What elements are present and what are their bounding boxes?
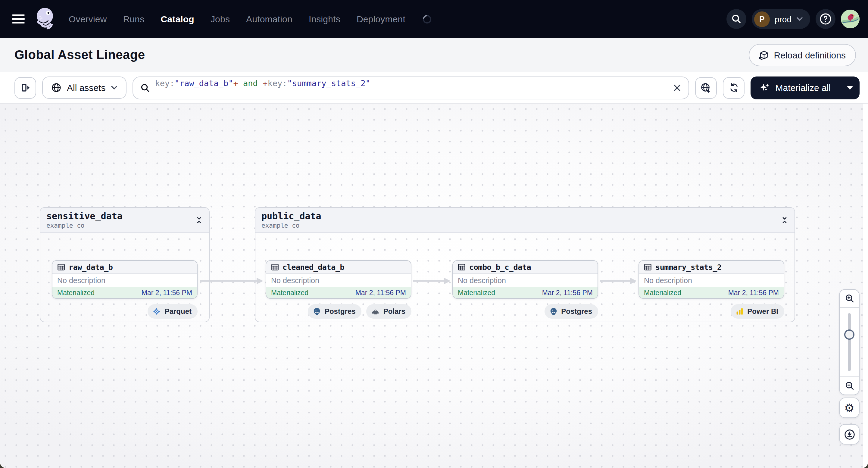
asset-name: summary_stats_2: [655, 262, 722, 272]
lineage-toolbar: All assets key:"raw_data_b"+ and +key:"s…: [0, 72, 868, 103]
zoom-slider-handle[interactable]: [844, 330, 855, 340]
table-icon: [271, 263, 279, 271]
asset-materialization-timestamp[interactable]: Mar 2, 11:56 PM: [728, 289, 779, 296]
collapse-group-button[interactable]: [781, 216, 788, 224]
asset-node-header: cleaned_data_b: [266, 261, 411, 274]
asset-search-input[interactable]: key:"raw_data_b"+ and +key:"summary_stat…: [132, 76, 689, 99]
environment-name: prod: [775, 14, 792, 24]
nav-item-catalog[interactable]: Catalog: [160, 14, 194, 24]
asset-name: cleaned_data_b: [282, 262, 344, 272]
asset-status: Materialized: [271, 289, 308, 296]
group-code-location: example_co: [261, 222, 321, 229]
query-value-token: "raw_data_b": [175, 78, 233, 88]
asset-status-bar: Materialized Mar 2, 11:56 PM: [639, 287, 784, 298]
search-icon: [141, 83, 150, 92]
table-icon: [644, 263, 652, 271]
tag-power-bi[interactable]: Power BI: [731, 304, 784, 319]
help-icon: [819, 13, 832, 25]
asset-scope-dropdown[interactable]: All assets: [42, 76, 126, 99]
nav-item-insights[interactable]: Insights: [309, 14, 340, 24]
tag-label: Parquet: [165, 307, 191, 316]
powerbi-icon: [735, 307, 744, 316]
asset-description: No description: [266, 274, 411, 287]
tag-postgres[interactable]: Postgres: [544, 304, 598, 319]
asset-scope-label: All assets: [67, 83, 105, 93]
nav-item-automation[interactable]: Automation: [246, 14, 292, 24]
asset-materialization-timestamp[interactable]: Mar 2, 11:56 PM: [542, 289, 593, 296]
tag-postgres[interactable]: Postgres: [308, 304, 362, 319]
nav-item-overview[interactable]: Overview: [69, 14, 107, 24]
asset-node-combo-b-c-data[interactable]: combo_b_c_data No description Materializ…: [453, 260, 598, 299]
tag-label: Power BI: [747, 307, 778, 316]
asset-materialization-timestamp[interactable]: Mar 2, 11:56 PM: [142, 289, 192, 296]
gear-icon: ⚙: [844, 402, 855, 413]
group-header: sensitive_data example_co: [40, 208, 209, 233]
sparkle-icon: [760, 83, 770, 93]
refresh-graph-button[interactable]: [723, 77, 745, 98]
filter-to-selection-button[interactable]: [695, 77, 717, 98]
asset-tags-combo-b-c-data: Postgres: [453, 304, 598, 319]
materialize-all-label: Materialize all: [776, 83, 831, 93]
zoom-slider[interactable]: [840, 308, 859, 376]
page-title: Global Asset Lineage: [14, 48, 145, 62]
asset-node-header: summary_stats_2: [639, 261, 784, 274]
materialize-options-button[interactable]: [840, 76, 860, 99]
asset-node-cleaned-data-b[interactable]: cleaned_data_b No description Materializ…: [266, 260, 411, 299]
open-left-panel-button[interactable]: [14, 77, 36, 98]
loading-spinner-icon: [421, 13, 433, 25]
cardinal-bird-avatar-image: [841, 10, 860, 28]
asset-materialization-timestamp[interactable]: Mar 2, 11:56 PM: [355, 289, 406, 296]
materialize-all-split-button: Materialize all: [751, 76, 860, 99]
reload-definitions-label: Reload definitions: [774, 50, 846, 60]
zoom-controls: [839, 289, 860, 395]
asset-tags-raw-data-b: Parquet: [52, 304, 197, 319]
nav-item-runs[interactable]: Runs: [123, 14, 145, 24]
environment-switcher[interactable]: P prod: [752, 9, 810, 29]
tag-label: Polars: [383, 307, 405, 316]
zoom-out-button[interactable]: [840, 376, 859, 395]
zoom-slider-track[interactable]: [848, 313, 851, 371]
lineage-canvas[interactable]: sensitive_data example_co public_data ex…: [0, 103, 868, 468]
close-icon: [673, 84, 682, 92]
query-and-token: and: [238, 78, 262, 88]
asset-status-bar: Materialized Mar 2, 11:56 PM: [53, 287, 197, 298]
collapse-icon: [195, 216, 203, 224]
materialize-all-button[interactable]: Materialize all: [751, 76, 840, 99]
nav-item-jobs[interactable]: Jobs: [211, 14, 230, 24]
asset-node-raw-data-b[interactable]: raw_data_b No description Materialized M…: [52, 260, 197, 299]
query-key-token: key:: [155, 78, 175, 88]
help-button[interactable]: [815, 9, 835, 29]
reload-definitions-icon: [759, 50, 769, 60]
tag-polars[interactable]: Polars: [367, 304, 411, 319]
asset-tags-summary-stats-2: Power BI: [639, 304, 784, 319]
asset-tags-cleaned-data-b: Postgres Polars: [266, 304, 411, 319]
top-nav: Overview Runs Catalog Jobs Automation In…: [0, 0, 868, 38]
group-header: public_data example_co: [255, 208, 795, 233]
tag-label: Postgres: [561, 307, 592, 316]
chevron-down-icon: [111, 86, 118, 90]
user-avatar[interactable]: [841, 10, 860, 28]
asset-node-summary-stats-2[interactable]: summary_stats_2 No description Materiali…: [639, 260, 784, 299]
polars-icon: [371, 307, 380, 316]
nav-item-deployment[interactable]: Deployment: [356, 14, 405, 24]
asset-status: Materialized: [458, 289, 495, 296]
zoom-in-button[interactable]: [840, 290, 859, 308]
download-image-button[interactable]: [839, 424, 860, 444]
search-button[interactable]: [726, 9, 746, 29]
globe-plus-icon: [701, 82, 712, 93]
asset-status-bar: Materialized Mar 2, 11:56 PM: [266, 287, 411, 298]
asset-description: No description: [453, 274, 597, 287]
asset-search-query[interactable]: key:"raw_data_b"+ and +key:"summary_stat…: [155, 78, 668, 97]
parquet-icon: [153, 307, 161, 316]
dagster-app-window: Overview Runs Catalog Jobs Automation In…: [0, 0, 868, 468]
collapse-group-button[interactable]: [195, 216, 203, 224]
graph-settings-button[interactable]: ⚙: [839, 398, 860, 418]
menu-icon[interactable]: [8, 9, 29, 29]
chevron-down-icon: [796, 17, 803, 21]
reload-definitions-button[interactable]: Reload definitions: [749, 44, 856, 66]
dagster-logo-icon[interactable]: [34, 6, 58, 32]
table-icon: [57, 263, 65, 271]
postgres-icon: [313, 307, 321, 316]
tag-parquet[interactable]: Parquet: [148, 304, 197, 319]
clear-search-button[interactable]: [673, 84, 682, 92]
